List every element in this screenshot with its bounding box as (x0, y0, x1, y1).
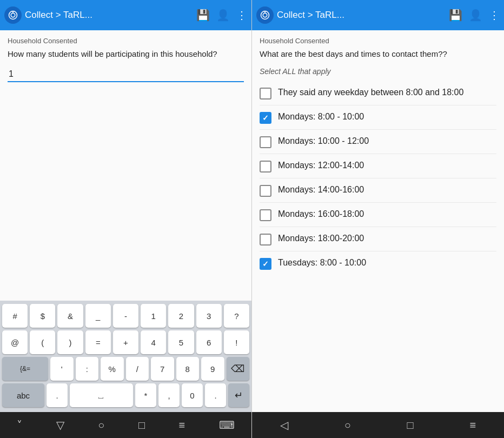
checkbox-6[interactable] (260, 209, 271, 221)
key-enter[interactable]: ↵ (228, 383, 249, 407)
key-9[interactable]: 9 (201, 357, 224, 381)
key-2[interactable]: 2 (168, 304, 194, 328)
list-item: Mondays: 16:00-18:00 (260, 203, 496, 227)
students-input[interactable] (8, 67, 244, 82)
left-app-icon (4, 6, 22, 24)
left-top-bar: Collect > TaRL... 💾 👤 ⋮ (0, 0, 251, 30)
left-person-icon[interactable]: 👤 (216, 9, 230, 22)
key-question[interactable]: ? (224, 304, 249, 328)
nav-chevron-down[interactable]: ˅ (17, 419, 22, 432)
key-plus[interactable]: + (113, 330, 138, 354)
keyboard: # $ & _ - 1 2 3 ? @ ( ) = + 4 5 6 ! {&= … (0, 301, 251, 412)
key-1[interactable]: 1 (141, 304, 166, 328)
key-5[interactable]: 5 (168, 330, 194, 354)
right-content: Household Consented What are the best da… (252, 30, 504, 412)
checkbox-7[interactable] (260, 234, 271, 245)
nav-back-triangle[interactable]: ▽ (56, 419, 64, 432)
left-phone-panel: Collect > TaRL... 💾 👤 ⋮ Household Consen… (0, 0, 252, 438)
key-hash[interactable]: # (2, 304, 28, 328)
list-item: Mondays: 12:00-14:00 (260, 154, 496, 178)
key-apos[interactable]: ' (50, 357, 74, 381)
right-phone-panel: Collect > TaRL... 💾 👤 ⋮ Household Consen… (252, 0, 504, 438)
key-percent[interactable]: % (101, 357, 124, 381)
left-more-icon[interactable]: ⋮ (236, 9, 247, 22)
left-section-label: Household Consented (8, 37, 244, 45)
right-nav-recents[interactable]: □ (407, 419, 414, 432)
nav-menu[interactable]: ≡ (179, 419, 185, 432)
key-underscore[interactable]: _ (85, 304, 111, 328)
left-actions: 💾 👤 ⋮ (196, 9, 247, 22)
keyboard-row-1: # $ & _ - 1 2 3 ? (2, 304, 249, 328)
right-nav-back[interactable]: ◁ (280, 419, 288, 432)
key-3[interactable]: 3 (196, 304, 222, 328)
keyboard-row-3: {&= ' : % / 7 8 9 ⌫ (2, 357, 249, 381)
key-exclaim[interactable]: ! (224, 330, 249, 354)
left-save-icon[interactable]: 💾 (196, 9, 210, 22)
key-dash[interactable]: - (113, 304, 138, 328)
key-equals[interactable]: = (85, 330, 111, 354)
list-item: Mondays: 10:00 - 12:00 (260, 130, 496, 154)
key-comma[interactable]: , (158, 383, 180, 407)
checkbox-label-4: Mondays: 12:00-14:00 (278, 160, 364, 171)
checkbox-label-3: Mondays: 10:00 - 12:00 (278, 135, 369, 147)
key-abc[interactable]: abc (2, 383, 44, 407)
key-4[interactable]: 4 (141, 330, 166, 354)
svg-point-4 (263, 13, 267, 17)
key-0[interactable]: 0 (182, 383, 203, 407)
key-colon[interactable]: : (76, 357, 99, 381)
right-save-icon[interactable]: 💾 (449, 9, 462, 22)
left-content: Household Consented How many students wi… (0, 30, 251, 301)
key-8[interactable]: 8 (176, 357, 200, 381)
checkbox-1[interactable] (260, 88, 271, 99)
left-question: How many students will be participating … (8, 48, 244, 59)
list-item: Mondays: 18:00-20:00 (260, 227, 496, 251)
key-at[interactable]: @ (2, 330, 28, 354)
key-backspace[interactable]: ⌫ (227, 357, 250, 381)
select-all-label: Select ALL that apply (260, 67, 496, 76)
key-slash[interactable]: / (126, 357, 149, 381)
list-item: Mondays: 14:00-16:00 (260, 178, 496, 203)
right-actions: 💾 👤 ⋮ (449, 9, 500, 22)
key-7[interactable]: 7 (151, 357, 174, 381)
keyboard-row-4: abc . ⎵ * , 0 . ↵ (2, 383, 249, 407)
checkbox-list: They said any weekday between 8:00 and 1… (260, 81, 496, 275)
key-symbols[interactable]: {&= (2, 357, 48, 381)
right-question: What are the best days and times to cont… (260, 48, 496, 59)
checkbox-label-7: Mondays: 18:00-20:00 (278, 233, 364, 244)
checkbox-label-6: Mondays: 16:00-18:00 (278, 208, 364, 220)
key-rparen[interactable]: ) (57, 330, 83, 354)
checkbox-4[interactable] (260, 161, 271, 172)
nav-keyboard[interactable]: ⌨ (219, 419, 235, 432)
right-bottom-nav: ◁ ○ □ ≡ (252, 412, 504, 438)
right-nav-menu[interactable]: ≡ (469, 419, 476, 432)
list-item: Tuesdays: 8:00 - 10:00 (260, 251, 496, 275)
right-person-icon[interactable]: 👤 (469, 9, 482, 22)
key-lparen[interactable]: ( (30, 330, 55, 354)
svg-point-1 (11, 13, 15, 17)
key-6[interactable]: 6 (196, 330, 222, 354)
left-bottom-nav: ˅ ▽ ○ □ ≡ ⌨ (0, 412, 251, 438)
nav-home[interactable]: ○ (98, 419, 104, 432)
checkbox-3[interactable] (260, 136, 271, 148)
keyboard-row-2: @ ( ) = + 4 5 6 ! (2, 330, 249, 354)
list-item: They said any weekday between 8:00 and 1… (260, 81, 496, 105)
left-title: Collect > TaRL... (25, 10, 193, 21)
right-nav-home[interactable]: ○ (344, 419, 351, 432)
nav-recents[interactable]: □ (138, 419, 145, 432)
checkbox-5[interactable] (260, 185, 271, 197)
checkbox-2[interactable] (260, 112, 271, 124)
right-title: Collect > TaRL... (277, 10, 446, 21)
checkbox-8[interactable] (260, 258, 271, 270)
right-more-icon[interactable]: ⋮ (489, 9, 500, 22)
key-star[interactable]: * (135, 383, 156, 407)
checkbox-label-8: Tuesdays: 8:00 - 10:00 (278, 257, 366, 269)
right-section-label: Household Consented (260, 37, 496, 45)
key-period3[interactable]: . (205, 383, 226, 407)
list-item: Mondays: 8:00 - 10:00 (260, 105, 496, 130)
checkbox-label-1: They said any weekday between 8:00 and 1… (278, 87, 463, 98)
key-amp[interactable]: & (57, 304, 83, 328)
key-dollar[interactable]: $ (30, 304, 55, 328)
key-period2[interactable]: . (47, 383, 68, 407)
right-app-icon (256, 6, 274, 24)
key-space[interactable]: ⎵ (70, 383, 133, 407)
